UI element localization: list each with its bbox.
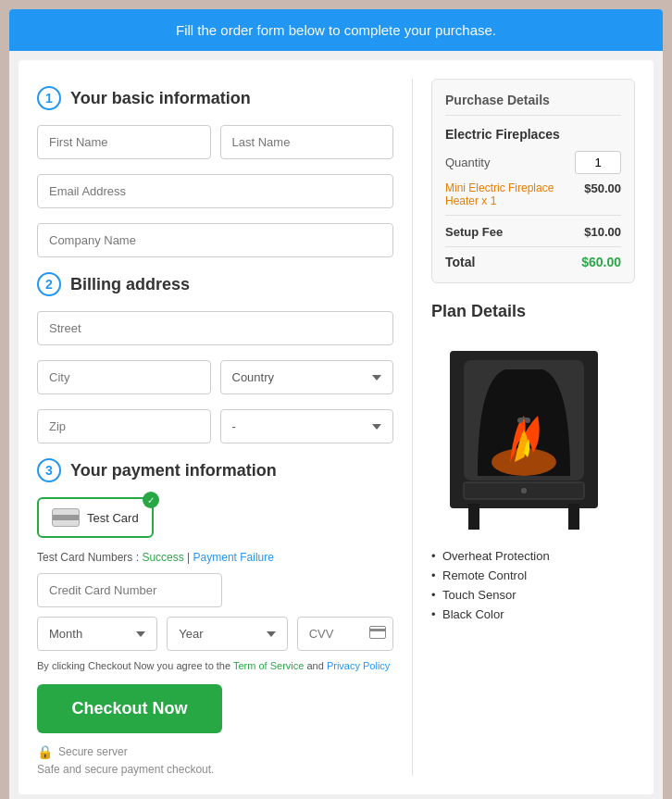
- check-badge: ✓: [143, 492, 159, 508]
- secure-row: 🔒 Secure server: [37, 744, 393, 759]
- credit-card-input[interactable]: [37, 573, 222, 607]
- quantity-label: Quantity: [445, 156, 490, 169]
- section1-number: 1: [37, 86, 61, 110]
- cvv-row: Month Year: [37, 617, 393, 651]
- svg-rect-1: [369, 629, 386, 631]
- section1-header: 1 Your basic information: [37, 86, 393, 110]
- street-row: [37, 311, 393, 345]
- section3-title: Your payment information: [70, 461, 277, 481]
- terms-text: By clicking Checkout Now you agree to th…: [37, 660, 393, 671]
- svg-rect-4: [568, 504, 579, 530]
- feature-item: Remote Control: [431, 568, 635, 582]
- fireplace-image: [431, 332, 616, 536]
- svg-rect-3: [468, 504, 479, 530]
- main-content: 1 Your basic information 2 Billing addre…: [19, 60, 653, 794]
- svg-rect-12: [520, 418, 528, 419]
- payment-method-label: Test Card: [87, 511, 139, 525]
- month-select[interactable]: Month: [37, 617, 157, 651]
- checkout-button[interactable]: Checkout Now: [37, 684, 222, 733]
- city-country-row: Country: [37, 360, 393, 394]
- company-input[interactable]: [37, 223, 393, 257]
- cvv-wrap: [297, 617, 393, 651]
- section3-header: 3 Your payment information: [37, 458, 393, 482]
- year-select[interactable]: Year: [167, 617, 287, 651]
- company-row: [37, 223, 393, 257]
- cvv-card-icon: [369, 626, 386, 643]
- svg-point-9: [521, 488, 527, 493]
- purchase-details-title: Purchase Details: [445, 93, 621, 116]
- feature-item: Overheat Protection: [431, 549, 635, 563]
- secure-label: Secure server: [58, 745, 128, 758]
- feature-item: Touch Sensor: [431, 588, 635, 602]
- terms-conjunction: and: [306, 660, 326, 671]
- svg-rect-0: [369, 626, 385, 638]
- product-price: $50.00: [584, 181, 621, 207]
- right-panel: Purchase Details Electric Fireplaces Qua…: [413, 79, 635, 776]
- email-row: [37, 174, 393, 208]
- credit-card-row: [37, 573, 393, 607]
- total-price: $60.00: [581, 255, 621, 269]
- lock-icon: 🔒: [37, 744, 53, 759]
- last-name-input[interactable]: [220, 125, 394, 159]
- payment-method-box[interactable]: Test Card ✓: [37, 497, 154, 538]
- section1-title: Your basic information: [70, 89, 251, 108]
- section2-header: 2 Billing address: [37, 272, 393, 296]
- quantity-input[interactable]: [575, 151, 621, 174]
- purchase-details-box: Purchase Details Electric Fireplaces Qua…: [431, 79, 635, 283]
- section2-number: 2: [37, 272, 61, 296]
- features-list: Overheat ProtectionRemote ControlTouch S…: [431, 549, 635, 621]
- tos-link[interactable]: Term of Service: [233, 660, 304, 671]
- safe-text: Safe and secure payment checkout.: [37, 763, 393, 776]
- top-banner: Fill the order form below to complete yo…: [9, 9, 663, 51]
- failure-link[interactable]: Payment Failure: [193, 551, 274, 564]
- state-select[interactable]: -: [220, 409, 394, 443]
- total-label: Total: [445, 255, 475, 269]
- quantity-row: Quantity: [445, 151, 621, 174]
- page-wrapper: Fill the order form below to complete yo…: [9, 9, 663, 799]
- banner-text: Fill the order form below to complete yo…: [176, 22, 496, 38]
- section2-title: Billing address: [70, 275, 190, 294]
- terms-prefix: By clicking Checkout Now you agree to th…: [37, 660, 233, 671]
- first-name-input[interactable]: [37, 125, 211, 159]
- product-title: Electric Fireplaces: [445, 127, 621, 142]
- plan-details-title: Plan Details: [431, 302, 635, 321]
- street-input[interactable]: [37, 311, 393, 345]
- left-panel: 1 Your basic information 2 Billing addre…: [37, 79, 413, 776]
- success-link[interactable]: Success: [142, 551, 183, 564]
- setup-label: Setup Fee: [445, 225, 503, 239]
- test-numbers-row: Test Card Numbers : Success | Payment Fa…: [37, 551, 393, 564]
- plan-details: Plan Details: [431, 302, 635, 621]
- feature-item: Black Color: [431, 607, 635, 621]
- total-row: Total $60.00: [445, 255, 621, 269]
- zip-input[interactable]: [37, 409, 211, 443]
- product-name: Mini Electric Fireplace Heater x 1: [445, 181, 584, 207]
- name-row: [37, 125, 393, 159]
- card-icon: [52, 508, 80, 527]
- test-numbers-prefix: Test Card Numbers :: [37, 551, 142, 564]
- country-select[interactable]: Country: [220, 360, 394, 394]
- setup-price: $10.00: [584, 225, 621, 239]
- section3-number: 3: [37, 458, 61, 482]
- privacy-link[interactable]: Privacy Policy: [327, 660, 390, 671]
- city-input[interactable]: [37, 360, 211, 394]
- product-name-price: Mini Electric Fireplace Heater x 1 $50.0…: [445, 181, 621, 216]
- setup-row: Setup Fee $10.00: [445, 225, 621, 247]
- email-input[interactable]: [37, 174, 393, 208]
- zip-state-row: -: [37, 409, 393, 443]
